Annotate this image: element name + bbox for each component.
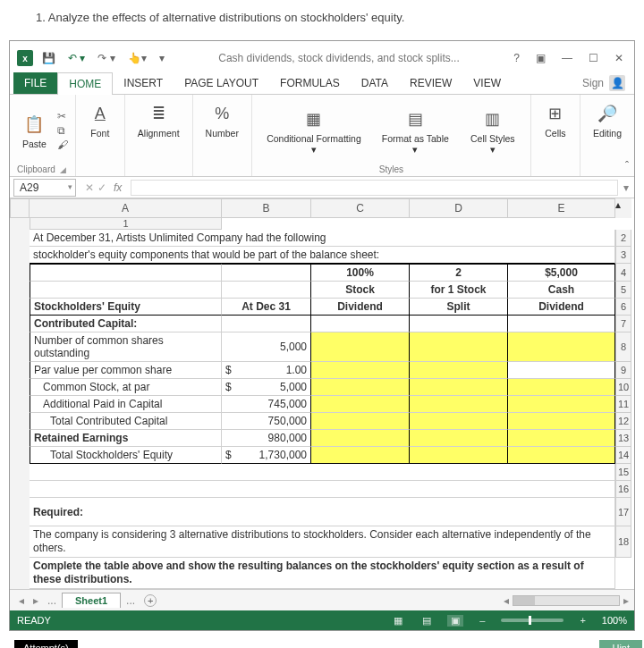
row-header[interactable]: 11 <box>615 396 631 413</box>
sheet-tabs-overflow[interactable]: ... <box>44 594 60 607</box>
cell[interactable] <box>311 379 410 396</box>
tab-formulas[interactable]: FORMULAS <box>269 72 351 94</box>
tab-file[interactable]: FILE <box>13 72 57 94</box>
cell[interactable] <box>30 481 615 498</box>
add-sheet-icon[interactable]: + <box>144 594 157 607</box>
row-header[interactable]: 6 <box>615 299 631 316</box>
redo-icon[interactable]: ↷ ▾ <box>94 50 118 66</box>
row-header[interactable]: 15 <box>615 464 631 481</box>
view-page-break-icon[interactable]: ▣ <box>447 615 463 627</box>
cell[interactable]: 5,000 <box>222 332 311 362</box>
cancel-formula-icon[interactable]: ✕ <box>85 181 94 194</box>
v-scroll-top[interactable]: ▴ <box>615 198 631 218</box>
editing-button[interactable]: 🔎 Editing <box>588 98 627 142</box>
cell[interactable]: 980,000 <box>222 430 311 447</box>
cell[interactable]: Stockholders' Equity <box>30 299 222 316</box>
help-icon[interactable]: ? <box>510 52 523 64</box>
row-header[interactable]: 7 <box>615 316 631 332</box>
cell[interactable] <box>311 430 410 447</box>
cell[interactable]: $1.00 <box>222 362 311 379</box>
save-icon[interactable]: 💾 <box>38 50 59 66</box>
h-scroll-track[interactable] <box>513 595 620 606</box>
format-painter-icon[interactable] <box>57 139 68 151</box>
cell[interactable] <box>30 282 222 299</box>
cell[interactable]: 750,000 <box>222 413 311 430</box>
row-header[interactable]: 9 <box>615 362 631 379</box>
cell[interactable]: 100% <box>311 264 410 282</box>
cell[interactable]: Common Stock, at par <box>30 379 222 396</box>
cell[interactable] <box>410 413 508 430</box>
v-scrollbar[interactable] <box>10 218 30 589</box>
row-header[interactable]: 5 <box>615 282 631 299</box>
cell[interactable] <box>410 379 508 396</box>
cells-button[interactable]: ⊞ Cells <box>538 98 572 142</box>
cell[interactable] <box>508 447 615 464</box>
cell[interactable] <box>30 464 615 481</box>
undo-icon[interactable]: ↶ ▾ <box>64 50 89 66</box>
cell[interactable] <box>222 264 311 282</box>
col-header-c[interactable]: C <box>311 198 410 218</box>
cell[interactable]: Cash <box>508 282 615 299</box>
cell[interactable]: At Dec 31 <box>222 299 311 316</box>
tab-insert[interactable]: INSERT <box>113 72 174 94</box>
col-header-d[interactable]: D <box>410 198 508 218</box>
cut-icon[interactable] <box>57 110 68 122</box>
maximize-icon[interactable]: ☐ <box>585 52 602 64</box>
cell[interactable] <box>410 447 508 464</box>
cell[interactable]: for 1 Stock <box>410 282 508 299</box>
select-all-corner[interactable] <box>10 198 30 218</box>
zoom-out-icon[interactable]: – <box>476 615 488 626</box>
row-header[interactable]: 16 <box>615 481 631 498</box>
row-header[interactable]: 3 <box>615 247 631 264</box>
col-header-a[interactable]: A <box>30 198 222 218</box>
format-as-table-button[interactable]: ▤ Format as Table ▾ <box>374 104 457 158</box>
cell[interactable]: stockholder's equity components that wou… <box>30 247 615 264</box>
zoom-slider[interactable] <box>501 619 564 622</box>
cell[interactable] <box>222 282 311 299</box>
h-scroll-left-icon[interactable]: ◂ <box>504 594 509 607</box>
formula-input[interactable] <box>131 180 618 196</box>
cell-styles-button[interactable]: ▥ Cell Styles ▾ <box>462 104 523 158</box>
conditional-formatting-button[interactable]: ▦ Conditional Formatting ▾ <box>259 104 369 158</box>
sheet-tabs-overflow[interactable]: ... <box>123 594 139 607</box>
cell[interactable] <box>410 396 508 413</box>
cell[interactable] <box>311 413 410 430</box>
cell[interactable] <box>508 396 615 413</box>
cell[interactable]: Retained Earnings <box>30 430 222 447</box>
cell[interactable] <box>410 316 508 332</box>
paste-button[interactable]: 📋 Paste <box>17 109 52 153</box>
row-header[interactable]: 2 <box>615 230 631 247</box>
sign-in[interactable]: Sign 👤 <box>582 75 634 91</box>
row-header[interactable]: 17 <box>615 498 631 526</box>
tab-review[interactable]: REVIEW <box>399 72 462 94</box>
cell[interactable]: Dividend <box>508 299 615 316</box>
fx-icon[interactable]: fx <box>110 181 125 194</box>
tab-home[interactable]: HOME <box>57 72 113 96</box>
cell[interactable]: $5,000 <box>222 379 311 396</box>
sheet-nav-prev-icon[interactable]: ◂ <box>15 594 28 607</box>
number-button[interactable]: % Number <box>200 98 244 142</box>
minimize-icon[interactable]: — <box>558 52 576 64</box>
cell[interactable] <box>508 332 615 362</box>
cell[interactable]: Par value per common share <box>30 362 222 379</box>
formula-bar-expand-icon[interactable]: ▾ <box>623 181 634 194</box>
cell[interactable]: Contributed Capital: <box>30 316 222 332</box>
qat-customize-icon[interactable]: ▾ <box>156 50 168 66</box>
sheet-tab-active[interactable]: Sheet1 <box>62 593 121 608</box>
cell[interactable] <box>311 396 410 413</box>
collapse-ribbon-icon[interactable]: ˆ <box>625 160 629 173</box>
cell[interactable] <box>311 447 410 464</box>
cell[interactable]: 745,000 <box>222 396 311 413</box>
enter-formula-icon[interactable]: ✓ <box>97 181 106 194</box>
cell[interactable] <box>311 332 410 362</box>
row-header[interactable]: 10 <box>615 379 631 396</box>
h-scroll-right-icon[interactable]: ▸ <box>623 594 629 607</box>
tab-view[interactable]: VIEW <box>462 72 512 94</box>
cell[interactable]: Complete the table above and show the re… <box>30 558 615 589</box>
sheet-nav-next-icon[interactable]: ▸ <box>30 594 42 607</box>
clipboard-launcher-icon[interactable]: ◢ <box>58 165 68 174</box>
cell[interactable] <box>222 316 311 332</box>
cell[interactable] <box>410 332 508 362</box>
copy-icon[interactable]: ⧉ <box>57 124 68 137</box>
view-normal-icon[interactable]: ▦ <box>390 615 406 627</box>
